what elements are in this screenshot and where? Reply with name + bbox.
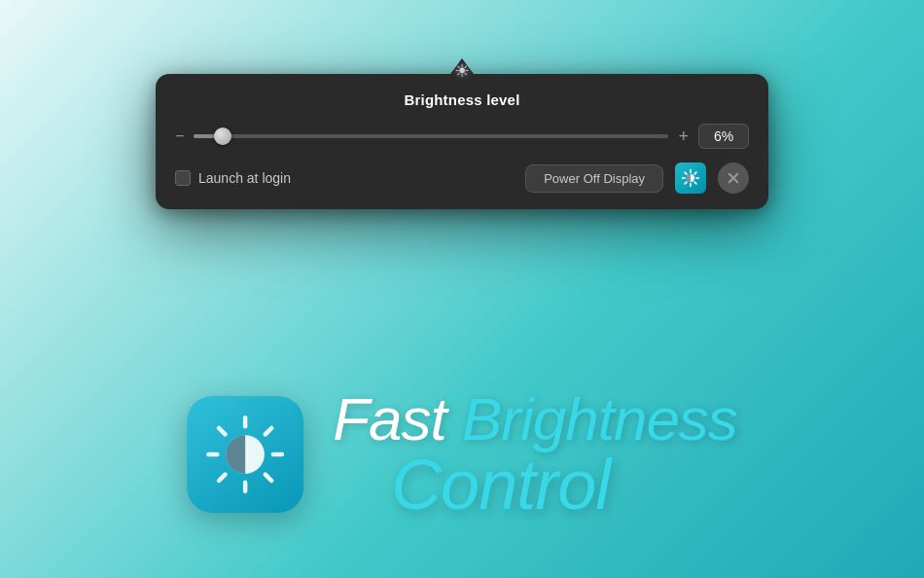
app-icon — [187, 396, 303, 513]
app-name-line1: Fast Brightness — [333, 389, 737, 450]
bottom-row: Launch at login Power Off Display — [175, 163, 749, 194]
plus-icon: + — [678, 127, 689, 145]
svg-line-14 — [266, 475, 271, 481]
brightness-value-display: 6% — [698, 124, 749, 149]
svg-line-5 — [685, 172, 687, 174]
sun-icon-top: ☀ — [454, 60, 470, 82]
app-name-fast: Fast — [333, 385, 462, 452]
svg-line-15 — [219, 475, 225, 481]
launch-at-login-text: Launch at login — [198, 170, 291, 186]
app-branding-section: Fast Brightness Control — [187, 389, 737, 520]
slider-row: − + 6% — [175, 124, 749, 149]
close-button[interactable] — [718, 163, 749, 194]
svg-line-13 — [219, 428, 225, 434]
svg-line-7 — [685, 182, 687, 184]
popup-title: Brightness level — [175, 91, 749, 108]
app-icon-graphic — [201, 411, 289, 498]
power-off-display-button[interactable]: Power Off Display — [525, 164, 663, 193]
svg-line-16 — [266, 428, 271, 434]
app-name-line2: Control — [391, 450, 737, 520]
launch-at-login-label[interactable]: Launch at login — [175, 170, 514, 186]
svg-line-8 — [694, 172, 696, 174]
brightness-icon-button[interactable] — [675, 163, 706, 194]
brightness-slider[interactable] — [194, 134, 668, 138]
minus-icon: − — [175, 128, 184, 144]
app-name-brightness: Brightness — [462, 385, 737, 452]
svg-line-6 — [694, 182, 696, 184]
slider-thumb[interactable] — [214, 127, 231, 145]
launch-at-login-checkbox[interactable] — [175, 170, 191, 186]
popup-panel: Brightness level − + 6% Launch at login … — [156, 74, 768, 209]
app-name-container: Fast Brightness Control — [333, 389, 737, 520]
brightness-sun-icon — [681, 168, 700, 188]
